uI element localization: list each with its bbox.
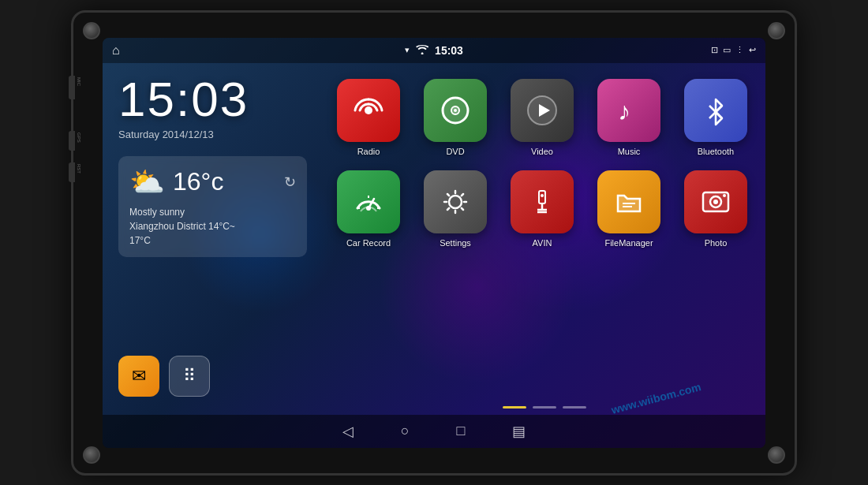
screw-br <box>768 446 785 464</box>
svg-point-18 <box>541 194 544 197</box>
clock-date: Saturday 2014/12/13 <box>118 129 307 140</box>
app-label-photo: Photo <box>705 238 728 248</box>
app-video[interactable]: Video <box>504 79 580 156</box>
app-label-dvd: DVD <box>446 147 464 156</box>
svg-point-10 <box>366 206 371 211</box>
status-left: ⌂ <box>112 43 120 58</box>
svg-text:♪: ♪ <box>618 97 630 125</box>
status-bar: ⌂ ▾ 15:03 ⊡ ▭ ⋮ ↩ <box>103 38 765 63</box>
app-label-video: Video <box>531 147 553 156</box>
wifi-icon <box>416 45 428 56</box>
camera-status-icon: ⊡ <box>711 45 718 55</box>
status-time: 15:03 <box>435 44 463 57</box>
app-bluetooth[interactable]: Bluetooth <box>678 79 754 156</box>
mic-button[interactable] <box>69 76 75 99</box>
weather-description: Mostly sunny Xiangzhou District 14°C~ 17… <box>129 205 296 248</box>
app-icon-radio <box>337 79 400 142</box>
app-icon-filemanager <box>597 170 660 233</box>
screw-bl <box>83 446 100 464</box>
app-filemanager[interactable]: FileManager <box>591 170 667 248</box>
weather-refresh-icon[interactable]: ↻ <box>284 173 296 191</box>
app-music[interactable]: ♪ Music <box>591 79 667 156</box>
dock-apps-icon[interactable]: ⠿ <box>169 356 210 397</box>
app-label-music: Music <box>618 147 641 156</box>
screw-tr <box>768 22 785 39</box>
screen: ⌂ ▾ 15:03 ⊡ ▭ ⋮ ↩ <box>103 38 765 448</box>
app-settings[interactable]: Settings <box>417 170 493 248</box>
status-center: ▾ 15:03 <box>405 44 463 57</box>
svg-point-3 <box>454 109 457 112</box>
clock-time: 15:03 <box>118 75 307 124</box>
app-icon-video <box>511 79 574 142</box>
app-icon-carrecord <box>337 170 400 233</box>
nav-back-button[interactable]: ◁ <box>342 423 354 440</box>
dock-area: ✉ ⠿ <box>118 356 307 403</box>
app-icon-music: ♪ <box>597 79 660 142</box>
main-content: 15:03 Saturday 2014/12/13 ⛅ 16°c ↻ Mostl… <box>103 63 765 415</box>
svg-point-0 <box>365 106 372 114</box>
app-dvd[interactable]: DVD <box>417 79 493 156</box>
app-avin[interactable]: AVIN <box>504 170 580 248</box>
weather-icon: ⛅ <box>129 166 165 199</box>
app-icon-dvd <box>424 79 487 142</box>
weather-temp: 16°c <box>173 167 223 196</box>
app-icon-photo <box>684 170 747 233</box>
menu-status-icon[interactable]: ⋮ <box>735 45 744 55</box>
svg-point-24 <box>723 194 726 197</box>
rst-label: RST <box>77 164 81 173</box>
app-label-bluetooth: Bluetooth <box>698 147 734 156</box>
left-panel: 15:03 Saturday 2014/12/13 ⛅ 16°c ↻ Mostl… <box>103 63 323 415</box>
weather-top: ⛅ 16°c ↻ <box>129 166 296 199</box>
app-icon-settings <box>424 170 487 233</box>
status-right: ⊡ ▭ ⋮ ↩ <box>711 45 756 55</box>
mic-label: MIC <box>77 77 81 86</box>
nav-recent-button[interactable]: □ <box>457 423 466 439</box>
svg-point-23 <box>713 200 718 204</box>
dock-email-icon[interactable]: ✉ <box>118 356 159 397</box>
gps-button[interactable] <box>69 131 75 151</box>
android-screen: ⌂ ▾ 15:03 ⊡ ▭ ⋮ ↩ <box>103 38 765 448</box>
app-label-carrecord: Car Record <box>346 238 391 248</box>
app-label-avin: AVIN <box>533 238 552 248</box>
screw-tl <box>83 22 100 39</box>
home-icon[interactable]: ⌂ <box>112 43 120 58</box>
app-row-1: Radio DVD <box>331 79 754 156</box>
app-photo[interactable]: Photo <box>678 170 754 248</box>
back-status-icon[interactable]: ↩ <box>749 45 756 55</box>
app-radio[interactable]: Radio <box>331 79 406 156</box>
app-label-filemanager: FileManager <box>604 238 653 248</box>
app-label-radio: Radio <box>357 147 380 156</box>
nav-menu-button[interactable]: ▤ <box>512 423 526 440</box>
nav-bar: ◁ ○ □ ▤ <box>103 415 765 448</box>
gps-label: GPS <box>77 132 81 143</box>
device-body: MIC GPS RST ⌂ ▾ 15:03 <box>71 10 797 476</box>
app-carrecord[interactable]: Car Record <box>331 170 406 248</box>
app-icon-avin <box>511 170 574 233</box>
app-row-2: Car Record Settings <box>331 170 754 248</box>
nav-home-button[interactable]: ○ <box>401 423 410 439</box>
app-label-settings: Settings <box>440 238 471 248</box>
battery-status-icon: ▭ <box>723 45 731 55</box>
app-grid: Radio DVD <box>323 63 765 415</box>
app-icon-bluetooth <box>684 79 747 142</box>
location-icon: ▾ <box>405 45 410 55</box>
weather-widget[interactable]: ⛅ 16°c ↻ Mostly sunny Xiangzhou District… <box>118 156 307 257</box>
rst-button[interactable] <box>69 162 75 182</box>
